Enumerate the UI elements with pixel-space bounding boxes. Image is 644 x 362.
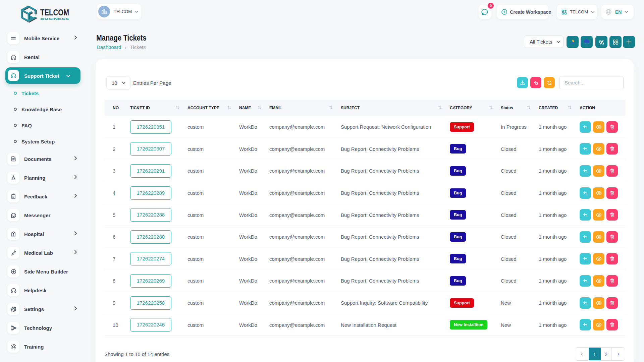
svg-text:TELCOM: TELCOM (40, 8, 69, 17)
svg-text:BUSINESS: BUSINESS (40, 17, 69, 20)
